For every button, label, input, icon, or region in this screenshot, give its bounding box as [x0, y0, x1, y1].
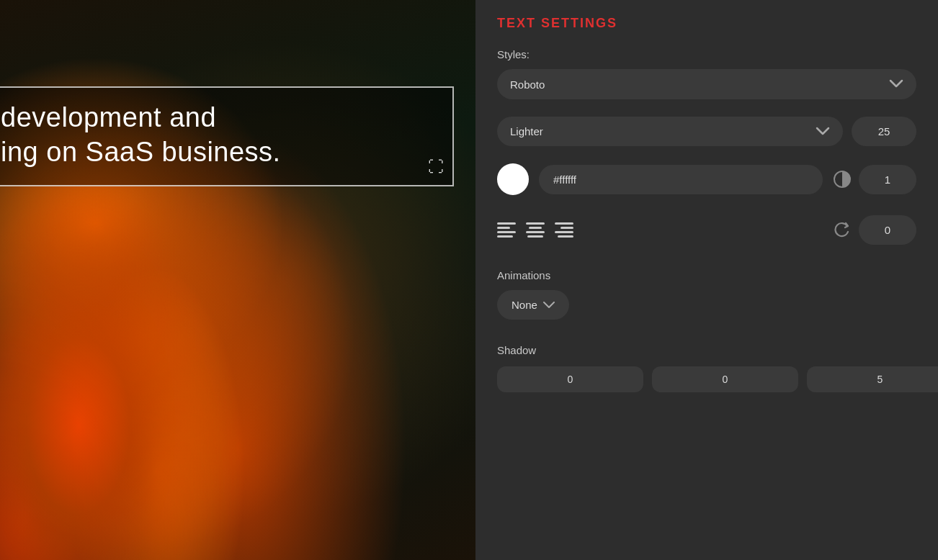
- align-buttons: [497, 222, 573, 238]
- rotation-section: [833, 215, 916, 245]
- font-size-input[interactable]: [852, 117, 916, 146]
- font-weight-select[interactable]: Lighter: [497, 117, 843, 146]
- panel-title: TEXT SETTINGS: [497, 16, 916, 31]
- shadow-inputs-row: [497, 366, 916, 392]
- font-weight-chevron-icon: [816, 125, 830, 137]
- animation-select[interactable]: None: [497, 290, 569, 320]
- text-overlay-box[interactable]: development and ing on SaaS business. ⛶: [0, 86, 454, 186]
- font-family-chevron-icon: [889, 78, 903, 91]
- shadow-section: Shadow: [497, 344, 916, 392]
- animations-section: Animations None: [497, 269, 916, 320]
- shadow-x-input[interactable]: [497, 366, 643, 392]
- color-swatch[interactable]: [497, 163, 529, 195]
- styles-label: Styles:: [497, 48, 916, 60]
- font-family-value: Roboto: [510, 78, 545, 91]
- shadow-blur-input[interactable]: [807, 366, 938, 392]
- font-family-select[interactable]: Roboto: [497, 69, 916, 99]
- overlay-text: development and ing on SaaS business.: [1, 101, 438, 169]
- align-center-button[interactable]: [526, 222, 545, 238]
- shadow-label: Shadow: [497, 344, 916, 356]
- move-cursor-icon[interactable]: ⛶: [428, 158, 444, 176]
- color-row: [497, 163, 916, 195]
- animation-value: None: [512, 299, 537, 311]
- weight-size-row: Lighter: [497, 117, 916, 146]
- color-hex-input[interactable]: [539, 165, 823, 194]
- animation-chevron-icon: [543, 299, 555, 311]
- font-weight-value: Lighter: [510, 125, 543, 137]
- animations-label: Animations: [497, 269, 916, 281]
- font-family-row: Roboto: [497, 69, 916, 99]
- opacity-section: [833, 165, 916, 194]
- canvas-area: development and ing on SaaS business. ⛶: [0, 0, 475, 560]
- align-row: [497, 215, 916, 245]
- shadow-y-input[interactable]: [652, 366, 798, 392]
- settings-panel: TEXT SETTINGS Styles: Roboto Lighter: [475, 0, 938, 560]
- rotate-icon[interactable]: [833, 221, 852, 240]
- align-right-button[interactable]: [555, 222, 573, 238]
- opacity-icon[interactable]: [833, 170, 852, 189]
- opacity-input[interactable]: [859, 165, 916, 194]
- rotation-input[interactable]: [859, 215, 916, 245]
- align-left-button[interactable]: [497, 222, 516, 238]
